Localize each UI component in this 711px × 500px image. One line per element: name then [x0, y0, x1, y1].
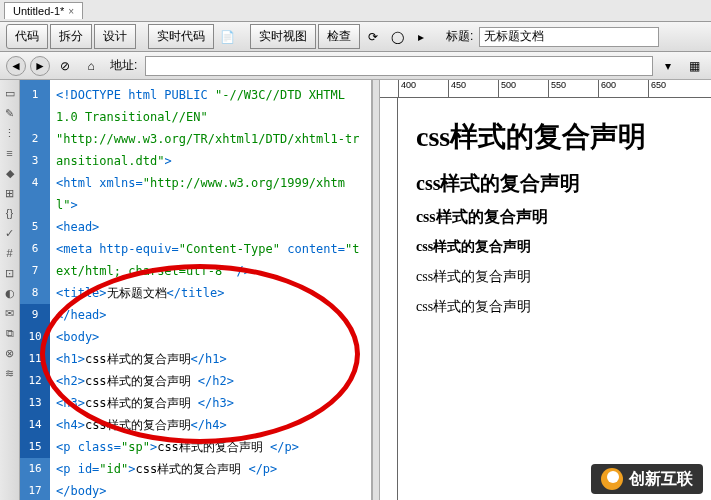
code-pane[interactable]: 1 2 3 4 5 6 7 8 9 10 11 12 13 14 15 16 1… — [20, 80, 372, 500]
tool-icon[interactable]: ✓ — [1, 224, 19, 242]
tab-bar: Untitled-1* × — [0, 0, 711, 22]
back-icon[interactable]: ◄ — [6, 56, 26, 76]
tool-icon[interactable]: ◆ — [1, 164, 19, 182]
line-gutter: 1 2 3 4 5 6 7 8 9 10 11 12 13 14 15 16 1… — [20, 80, 50, 500]
home-icon[interactable]: ⌂ — [80, 55, 102, 77]
tool-icon[interactable]: ⋮ — [1, 124, 19, 142]
nav-icon[interactable]: ▸ — [410, 26, 432, 48]
address-label: 地址: — [110, 57, 137, 74]
refresh-icon[interactable]: ⟳ — [362, 26, 384, 48]
ruler-vertical — [380, 98, 398, 500]
watermark-logo-icon — [601, 468, 623, 490]
tool-icon[interactable]: ✎ — [1, 104, 19, 122]
preview-h1: css样式的复合声明 — [416, 118, 693, 156]
tool-icon[interactable]: ⧉ — [1, 324, 19, 342]
preview-p2: css样式的复合声明 — [416, 298, 693, 316]
tool-icon[interactable]: ⊡ — [1, 264, 19, 282]
realtime-code-button[interactable]: 实时代码 — [148, 24, 214, 49]
title-label: 标题: — [446, 28, 473, 45]
stop-icon[interactable]: ◯ — [386, 26, 408, 48]
splitter[interactable] — [372, 80, 380, 500]
code-text[interactable]: <!DOCTYPE html PUBLIC "-//W3C//DTD XHTML… — [50, 80, 371, 500]
ruler-horizontal: 400 450 500 550 600 650 — [380, 80, 711, 98]
tab-label: Untitled-1* — [13, 5, 64, 17]
preview-h2: css样式的复合声明 — [416, 170, 693, 197]
preview-h4: css样式的复合声明 — [416, 238, 693, 256]
title-input[interactable] — [479, 27, 659, 47]
realtime-view-button[interactable]: 实时视图 — [250, 24, 316, 49]
tool-icon[interactable]: ≡ — [1, 144, 19, 162]
code-view-button[interactable]: 代码 — [6, 24, 48, 49]
preview-body[interactable]: css样式的复合声明 css样式的复合声明 css样式的复合声明 css样式的复… — [380, 98, 711, 340]
tool-icon[interactable]: ≋ — [1, 364, 19, 382]
address-toolbar: ◄ ► ⊘ ⌂ 地址: ▾ ▦ — [0, 52, 711, 80]
tool-icon[interactable]: ▭ — [1, 84, 19, 102]
inspect-button[interactable]: 检查 — [318, 24, 360, 49]
close-icon[interactable]: × — [68, 6, 74, 17]
view-toolbar: 代码 拆分 设计 实时代码 📄 实时视图 检查 ⟳ ◯ ▸ 标题: — [0, 22, 711, 52]
document-tab[interactable]: Untitled-1* × — [4, 2, 83, 19]
stop2-icon[interactable]: ⊘ — [54, 55, 76, 77]
tool-icon[interactable]: ◐ — [1, 284, 19, 302]
grid-icon[interactable]: ▦ — [683, 55, 705, 77]
dropdown-icon[interactable]: ▾ — [657, 55, 679, 77]
tool-icon[interactable]: # — [1, 244, 19, 262]
forward-icon[interactable]: ► — [30, 56, 50, 76]
split-view-button[interactable]: 拆分 — [50, 24, 92, 49]
tool-icon[interactable]: {} — [1, 204, 19, 222]
main-split: ▭ ✎ ⋮ ≡ ◆ ⊞ {} ✓ # ⊡ ◐ ✉ ⧉ ⊗ ≋ 1 2 3 4 5… — [0, 80, 711, 500]
watermark: 创新互联 — [591, 464, 703, 494]
tool-icon[interactable]: ⊞ — [1, 184, 19, 202]
preview-pane: 400 450 500 550 600 650 css样式的复合声明 css样式… — [380, 80, 711, 500]
watermark-text: 创新互联 — [629, 469, 693, 490]
design-view-button[interactable]: 设计 — [94, 24, 136, 49]
preview-p1: css样式的复合声明 — [416, 268, 693, 286]
code-tool-strip: ▭ ✎ ⋮ ≡ ◆ ⊞ {} ✓ # ⊡ ◐ ✉ ⧉ ⊗ ≋ — [0, 80, 20, 500]
preview-h3: css样式的复合声明 — [416, 207, 693, 228]
address-input[interactable] — [145, 56, 653, 76]
tool-icon[interactable]: ✉ — [1, 304, 19, 322]
document-icon[interactable]: 📄 — [216, 26, 238, 48]
tool-icon[interactable]: ⊗ — [1, 344, 19, 362]
